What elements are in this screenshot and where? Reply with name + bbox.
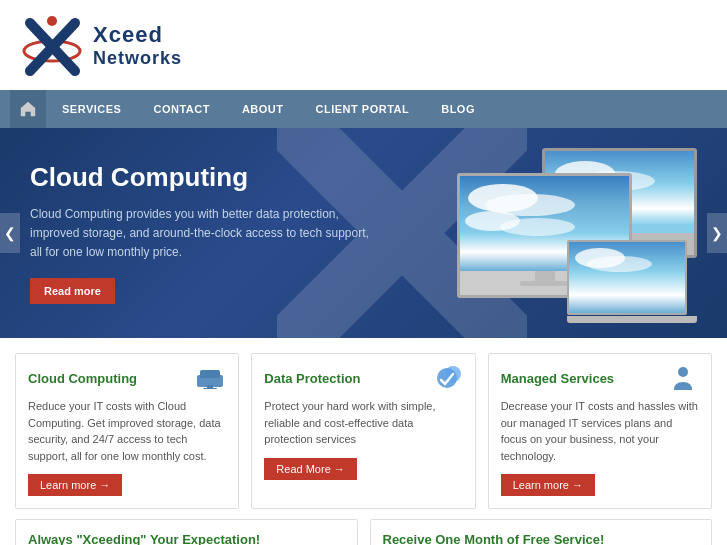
nav-item-client-portal[interactable]: CLIENT PORTAL — [300, 90, 426, 128]
logo[interactable]: Xceed Networks — [20, 13, 182, 78]
card-data-description: Protect your hard work with simple, reli… — [264, 398, 462, 448]
bottom-card-expectation: Always "Xceeding" Your Expectation! — [15, 519, 358, 545]
nav-home-button[interactable] — [10, 90, 46, 128]
hero-title: Cloud Computing — [30, 162, 370, 193]
carousel-next-button[interactable]: ❯ — [707, 213, 727, 253]
bottom-promo: Always "Xceeding" Your Expectation! Rece… — [0, 519, 727, 545]
nav-item-contact[interactable]: CONTACT — [137, 90, 225, 128]
svg-rect-9 — [203, 388, 217, 389]
card-managed-btn[interactable]: Learn more → — [501, 474, 595, 496]
main-nav: SERVICES CONTACT ABOUT CLIENT PORTAL BLO… — [0, 90, 727, 128]
nav-item-about[interactable]: ABOUT — [226, 90, 300, 128]
logo-text: Xceed Networks — [93, 22, 182, 69]
logo-xceed: Xceed — [93, 22, 182, 48]
hero-read-more-button[interactable]: Read more — [30, 278, 115, 304]
hero-description: Cloud Computing provides you with better… — [30, 205, 370, 263]
site-header: Xceed Networks — [0, 0, 727, 90]
logo-networks: Networks — [93, 48, 182, 69]
card-data-protection: Data Protection Protect your hard work w… — [251, 353, 475, 509]
carousel-prev-button[interactable]: ❮ — [0, 213, 20, 253]
card-cloud-description: Reduce your IT costs with Cloud Computin… — [28, 398, 226, 464]
bottom-title-1: Always "Xceeding" Your Expectation! — [28, 532, 345, 545]
hero-image — [457, 143, 697, 323]
svg-point-3 — [47, 16, 57, 26]
nav-item-services[interactable]: SERVICES — [46, 90, 137, 128]
logo-icon — [20, 13, 85, 78]
nav-item-blog[interactable]: BLOG — [425, 90, 491, 128]
svg-rect-8 — [207, 385, 213, 388]
hero-banner: ❮ Cloud Computing Cloud Computing provid… — [0, 128, 727, 338]
bottom-card-free-service: Receive One Month of Free Service! Fill … — [370, 519, 713, 545]
card-data-title: Data Protection — [264, 371, 360, 386]
feature-cards: Cloud Computing Reduce your IT costs wit… — [0, 338, 727, 519]
card-data-btn[interactable]: Read More → — [264, 458, 356, 480]
card-managed-services: Managed Services Decrease your IT costs … — [488, 353, 712, 509]
bottom-title-2: Receive One Month of Free Service! — [383, 532, 700, 545]
svg-rect-7 — [200, 370, 220, 378]
svg-point-12 — [678, 367, 688, 377]
card-cloud-icon — [194, 366, 226, 390]
card-cloud-computing: Cloud Computing Reduce your IT costs wit… — [15, 353, 239, 509]
card-cloud-title: Cloud Computing — [28, 371, 137, 386]
card-managed-title: Managed Services — [501, 371, 614, 386]
card-data-icon — [431, 366, 463, 390]
hero-content: Cloud Computing Cloud Computing provides… — [0, 132, 400, 335]
home-icon — [19, 100, 37, 118]
card-managed-icon — [667, 366, 699, 390]
card-managed-description: Decrease your IT costs and hassles with … — [501, 398, 699, 464]
card-cloud-btn[interactable]: Learn more → — [28, 474, 122, 496]
